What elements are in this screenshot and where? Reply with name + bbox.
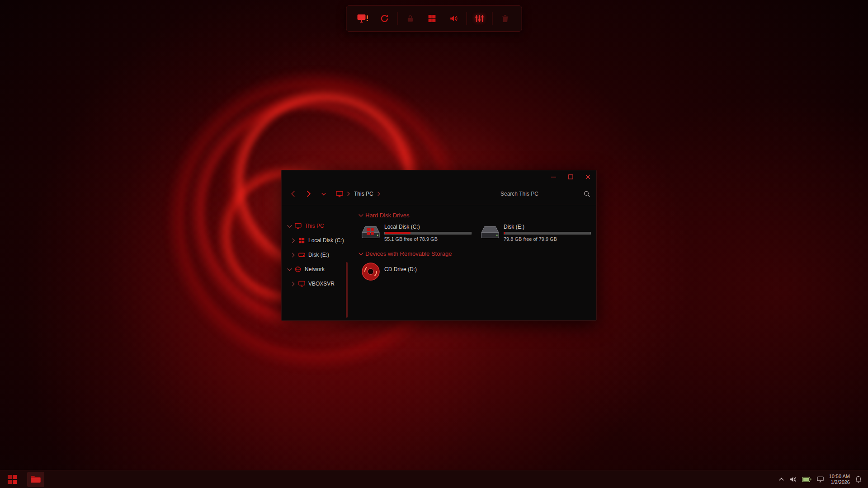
windows-icon[interactable] — [423, 9, 441, 28]
capacity-bar — [384, 232, 472, 235]
file-explorer-taskbar-button[interactable] — [27, 472, 44, 487]
section-hard-disk-drives: Hard Disk Drives Local Disk (C:) — [359, 211, 592, 243]
sidebar-item-label: Local Disk (C:) — [308, 237, 344, 244]
drive-local-disk-c[interactable]: Local Disk (C:) 55.1 GB free of 78.9 GB — [359, 222, 472, 243]
chevron-right-icon[interactable] — [292, 282, 295, 286]
cd-drive-icon — [360, 262, 381, 282]
notification-bell-icon[interactable] — [855, 476, 862, 483]
monitor-icon — [336, 191, 343, 197]
section-title: Hard Disk Drives — [365, 212, 410, 219]
chevron-down-icon[interactable] — [288, 224, 291, 229]
search-input[interactable] — [500, 191, 580, 197]
top-dock — [346, 5, 522, 32]
breadcrumb-this-pc[interactable]: This PC — [354, 191, 373, 197]
recent-locations-button[interactable] — [319, 188, 329, 199]
sidebar-item-label: Disk (E:) — [308, 252, 329, 258]
trash-glyph — [502, 14, 509, 23]
chevron-down-icon — [359, 251, 363, 256]
explorer-window: This PC — [281, 170, 597, 321]
capacity-fill — [504, 232, 505, 234]
sidebar-item-label: This PC — [305, 223, 324, 229]
update-glyph — [380, 14, 389, 23]
system-tray: 10:50 AM 1/2/2026 — [779, 474, 868, 485]
computer-icon — [298, 281, 305, 287]
sidebar-item-this-pc[interactable]: This PC — [282, 219, 349, 233]
drive-icon — [298, 252, 305, 258]
drive-name: CD Drive (D:) — [384, 266, 417, 282]
forward-button[interactable] — [303, 188, 313, 199]
equalizer-glyph — [475, 14, 484, 23]
breadcrumb-separator-icon — [347, 192, 350, 196]
display-alert-icon[interactable] — [354, 9, 372, 28]
section-header[interactable]: Hard Disk Drives — [359, 211, 592, 220]
drive-disk-e[interactable]: Disk (E:) 79.8 GB free of 79.9 GB — [479, 222, 592, 243]
drive-info: Disk (E:) 79.8 GB free of 79.9 GB — [504, 223, 591, 242]
tray-volume-icon[interactable] — [789, 476, 797, 483]
volume-glyph — [450, 15, 458, 22]
sidebar-item-local-disk-c[interactable]: Local Disk (C:) — [282, 233, 349, 248]
sidebar-item-vboxsvr[interactable]: VBOXSVR — [282, 277, 349, 291]
taskbar: 10:50 AM 1/2/2026 — [0, 470, 868, 488]
search-icon — [584, 191, 590, 197]
tray-battery-icon[interactable] — [802, 477, 811, 482]
windows-glyph — [428, 14, 436, 23]
trash-icon[interactable] — [496, 9, 514, 28]
chevron-down-icon[interactable] — [288, 267, 291, 272]
display-alert-glyph — [357, 14, 369, 23]
volume-icon[interactable] — [445, 9, 463, 28]
chevron-down-icon — [321, 192, 326, 196]
hard-drive-icon — [360, 223, 381, 242]
monitor-icon — [294, 223, 302, 229]
chevron-right-icon[interactable] — [292, 238, 295, 243]
breadcrumb: This PC — [336, 191, 380, 197]
sidebar: This PC Local Disk (C:) — [282, 205, 349, 320]
capacity-fill — [385, 232, 410, 234]
clock-date: 1/2/2026 — [829, 479, 850, 485]
windows-start-icon — [8, 475, 17, 484]
folder-icon — [30, 475, 41, 483]
equalizer-icon[interactable] — [471, 9, 489, 28]
sidebar-item-disk-e[interactable]: Disk (E:) — [282, 248, 349, 262]
section-header[interactable]: Devices with Removable Storage — [359, 249, 592, 258]
drive-tiles: Local Disk (C:) 55.1 GB free of 78.9 GB — [359, 222, 592, 243]
minimize-button[interactable] — [545, 170, 562, 183]
lock-icon[interactable] — [401, 9, 420, 28]
maximize-button[interactable] — [562, 170, 579, 183]
hard-drive-icon — [480, 223, 500, 242]
drive-free-space: 55.1 GB free of 78.9 GB — [384, 236, 472, 242]
lock-glyph — [407, 14, 414, 23]
back-button[interactable] — [288, 188, 298, 199]
section-title: Devices with Removable Storage — [365, 250, 452, 257]
drive-name: Disk (E:) — [504, 224, 591, 230]
drive-name: Local Disk (C:) — [384, 224, 472, 230]
content-pane: Hard Disk Drives Local Disk (C:) — [349, 205, 596, 320]
chevron-left-icon — [291, 191, 295, 197]
tray-network-icon[interactable] — [817, 476, 824, 483]
close-button[interactable] — [579, 170, 596, 183]
start-button[interactable] — [4, 472, 21, 487]
navigation-bar: This PC — [282, 183, 596, 205]
dock-divider — [467, 12, 467, 25]
clock-time: 10:50 AM — [829, 474, 850, 479]
sidebar-item-network[interactable]: Network — [282, 262, 349, 277]
dock-divider — [397, 12, 398, 25]
titlebar[interactable] — [282, 170, 596, 183]
taskbar-left — [0, 472, 44, 487]
tray-chevron-up-icon[interactable] — [779, 478, 784, 481]
window-body: This PC Local Disk (C:) — [282, 205, 596, 320]
breadcrumb-separator-icon — [377, 192, 380, 196]
chevron-right-icon[interactable] — [292, 253, 295, 258]
capacity-bar — [504, 232, 591, 235]
search-box — [500, 191, 590, 197]
drive-info: Local Disk (C:) 55.1 GB free of 78.9 GB — [384, 223, 472, 242]
drive-cd-d[interactable]: CD Drive (D:) — [359, 261, 472, 282]
taskbar-clock[interactable]: 10:50 AM 1/2/2026 — [829, 474, 850, 485]
sidebar-scrollbar[interactable] — [346, 262, 348, 318]
update-icon[interactable] — [376, 9, 394, 28]
chevron-down-icon — [359, 213, 363, 218]
windows-drive-icon — [298, 238, 305, 244]
drive-free-space: 79.8 GB free of 79.9 GB — [504, 236, 591, 242]
dock-divider — [492, 12, 493, 25]
sidebar-item-label: Network — [305, 266, 325, 272]
chevron-right-icon — [307, 191, 311, 197]
